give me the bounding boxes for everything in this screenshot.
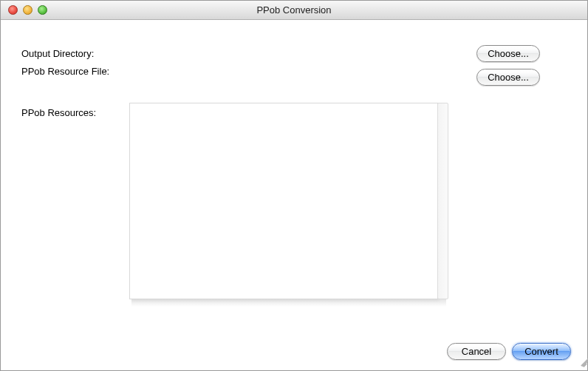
ppob-resource-file-label: PPob Resource File: <box>21 66 109 77</box>
choose-resource-button[interactable]: Choose... <box>476 69 540 86</box>
choose-output-button[interactable]: Choose... <box>476 45 540 62</box>
output-directory-label: Output Directory: <box>21 48 94 59</box>
resources-list[interactable] <box>129 103 438 299</box>
vertical-scrollbar[interactable] <box>437 103 448 299</box>
close-icon[interactable] <box>8 5 18 15</box>
minimize-icon[interactable] <box>23 5 33 15</box>
zoom-icon[interactable] <box>38 5 47 15</box>
titlebar[interactable]: PPob Conversion <box>1 1 587 20</box>
traffic-lights <box>1 5 47 15</box>
list-shadow <box>131 299 446 307</box>
resources-list-container <box>129 103 447 308</box>
convert-button[interactable]: Convert <box>512 343 571 360</box>
window: PPob Conversion Output Directory: PPob R… <box>0 0 588 371</box>
ppob-resources-label: PPob Resources: <box>21 107 96 118</box>
window-title: PPob Conversion <box>1 4 587 16</box>
cancel-button[interactable]: Cancel <box>447 343 506 360</box>
resize-grip-icon[interactable] <box>575 358 586 369</box>
window-content: Output Directory: PPob Resource File: PP… <box>1 20 587 370</box>
